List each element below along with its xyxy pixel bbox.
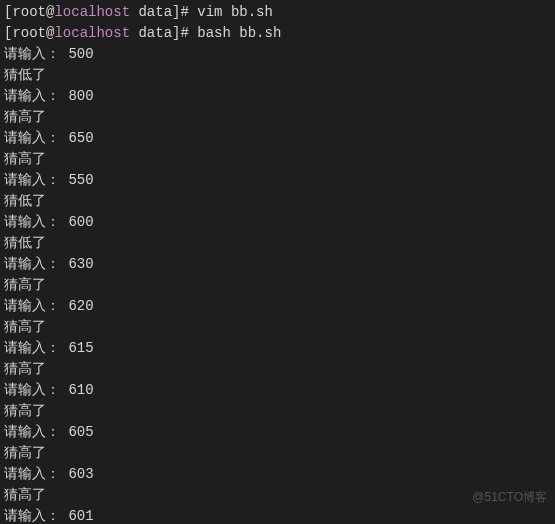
input-label: 请输入： [4, 424, 60, 440]
input-value: 500 [68, 46, 93, 62]
input-value: 800 [68, 88, 93, 104]
input-value: 620 [68, 298, 93, 314]
input-value: 650 [68, 130, 93, 146]
feedback-line: 猜高了 [4, 443, 551, 464]
input-value: 615 [68, 340, 93, 356]
input-label: 请输入： [4, 340, 60, 356]
input-label: 请输入： [4, 214, 60, 230]
feedback-line: 猜低了 [4, 191, 551, 212]
input-label: 请输入： [4, 172, 60, 188]
input-value: 605 [68, 424, 93, 440]
prompt-line: [root@localhost data]# bash bb.sh [4, 23, 551, 44]
feedback-line: 猜低了 [4, 65, 551, 86]
input-label: 请输入： [4, 508, 60, 524]
input-line: 请输入： 601 [4, 506, 551, 524]
input-label: 请输入： [4, 88, 60, 104]
input-line: 请输入： 650 [4, 128, 551, 149]
input-line: 请输入： 615 [4, 338, 551, 359]
input-line: 请输入： 610 [4, 380, 551, 401]
prompt-path: data [138, 25, 172, 41]
feedback-line: 猜高了 [4, 275, 551, 296]
prompt-line: [root@localhost data]# vim bb.sh [4, 2, 551, 23]
input-line: 请输入： 630 [4, 254, 551, 275]
input-label: 请输入： [4, 298, 60, 314]
input-value: 601 [68, 508, 93, 524]
feedback-line: 猜低了 [4, 233, 551, 254]
prompt-host: localhost [54, 25, 130, 41]
input-line: 请输入： 605 [4, 422, 551, 443]
input-label: 请输入： [4, 46, 60, 62]
prompt-path: data [138, 4, 172, 20]
input-line: 请输入： 550 [4, 170, 551, 191]
feedback-line: 猜高了 [4, 359, 551, 380]
feedback-line: 猜高了 [4, 485, 551, 506]
prompt-user: root [12, 4, 46, 20]
input-line: 请输入： 800 [4, 86, 551, 107]
input-value: 550 [68, 172, 93, 188]
input-value: 603 [68, 466, 93, 482]
guesses-container: 请输入： 500猜低了请输入： 800猜高了请输入： 650猜高了请输入： 55… [4, 44, 551, 524]
input-value: 600 [68, 214, 93, 230]
bracket-close: ]# [172, 25, 197, 41]
input-label: 请输入： [4, 466, 60, 482]
input-label: 请输入： [4, 256, 60, 272]
feedback-line: 猜高了 [4, 401, 551, 422]
input-line: 请输入： 603 [4, 464, 551, 485]
input-value: 610 [68, 382, 93, 398]
input-label: 请输入： [4, 382, 60, 398]
terminal-output: [root@localhost data]# vim bb.sh [root@l… [4, 2, 551, 524]
command-text: vim bb.sh [197, 4, 273, 20]
feedback-line: 猜高了 [4, 317, 551, 338]
feedback-line: 猜高了 [4, 149, 551, 170]
input-label: 请输入： [4, 130, 60, 146]
bracket-close: ]# [172, 4, 197, 20]
input-line: 请输入： 600 [4, 212, 551, 233]
input-line: 请输入： 500 [4, 44, 551, 65]
prompt-host: localhost [54, 4, 130, 20]
input-value: 630 [68, 256, 93, 272]
prompt-user: root [12, 25, 46, 41]
input-line: 请输入： 620 [4, 296, 551, 317]
watermark: @51CTO博客 [472, 488, 547, 506]
command-text: bash bb.sh [197, 25, 281, 41]
feedback-line: 猜高了 [4, 107, 551, 128]
